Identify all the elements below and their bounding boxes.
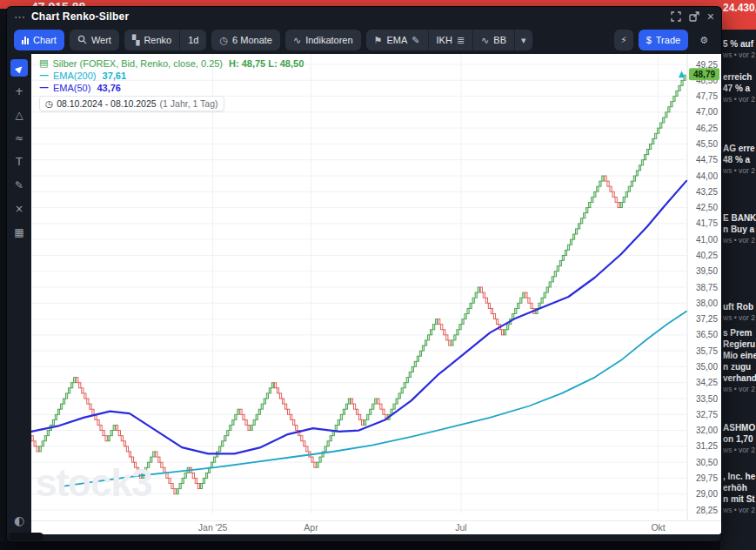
svg-text:32,75: 32,75 — [696, 410, 718, 419]
range-button[interactable]: ◷ 6 Monate — [211, 30, 279, 50]
window-menu-icon[interactable]: ⋯ — [14, 10, 25, 23]
time-axis-label: Apr — [304, 522, 318, 533]
svg-text:37,25: 37,25 — [696, 314, 718, 324]
text-tool[interactable]: T — [10, 153, 28, 171]
time-axis[interactable]: Jan '25AprJulOkt — [31, 520, 721, 534]
news-item[interactable]: 5 % aufws • vor 2 — [723, 38, 756, 61]
instrument-name: Silber (FOREX, Bid, Renko, close, 0.25) — [52, 57, 223, 70]
svg-text:49,25: 49,25 — [696, 60, 718, 70]
time-axis-label: Jul — [455, 522, 466, 533]
symbol-search-label: Wert — [91, 35, 111, 45]
measure-tool-icon: ▦ — [14, 226, 23, 238]
svg-text:48,79: 48,79 — [693, 70, 715, 79]
indicators-button[interactable]: ∿ Indikatoren — [285, 30, 361, 50]
news-item[interactable]: , Inc. heerhöhn mit Stws • vor 2 — [723, 471, 756, 516]
trade-button[interactable]: $ Trade — [639, 30, 688, 50]
line-icon: — — [39, 82, 49, 94]
symbol-search-button[interactable]: Wert — [70, 30, 119, 50]
svg-text:44,75: 44,75 — [696, 155, 718, 164]
news-item[interactable]: ASHMOon 1,70ws • vor 2 — [723, 422, 756, 456]
chevron-down-icon: ▾ — [521, 35, 526, 46]
ema50-legend[interactable]: — EMA(50) 43,76 — [39, 82, 304, 94]
svg-text:32,00: 32,00 — [696, 426, 718, 435]
window-titlebar[interactable]: ⋯ Chart Renko-Silber × — [7, 7, 721, 26]
svg-text:30,50: 30,50 — [696, 458, 718, 467]
date-range: 08.10.2024 - 08.10.2025 — [57, 97, 156, 110]
remove-drawings-tool[interactable]: × — [10, 200, 28, 218]
chart-legend: ▤ Silber (FOREX, Bid, Renko, close, 0.25… — [39, 57, 304, 111]
chart-view-label: Chart — [33, 35, 57, 45]
clock-icon: ◷ — [219, 35, 228, 46]
chart-area[interactable]: 49,2548,5047,7547,0046,2545,5044,7544,00… — [31, 54, 721, 534]
chart-type-button[interactable]: ▚ Renko — [124, 30, 179, 50]
svg-text:45,50: 45,50 — [696, 139, 718, 149]
svg-text:41,75: 41,75 — [696, 218, 718, 228]
indicators-label: Indikatoren — [305, 35, 352, 45]
popout-icon[interactable] — [689, 11, 699, 22]
clock-icon: ◷ — [45, 97, 53, 110]
footer-handle[interactable] — [9, 533, 43, 540]
svg-text:28,25: 28,25 — [696, 506, 718, 515]
renko-series-icon: ▤ — [39, 57, 48, 70]
crosshair-tool[interactable]: + — [10, 83, 28, 100]
indicator-icon: ∿ — [293, 35, 301, 46]
news-item[interactable]: s PremRegieruMio einen zuguverhandws • v… — [723, 327, 756, 395]
svg-text:36,50: 36,50 — [696, 330, 718, 339]
indicator-bb-label: BB — [493, 35, 506, 45]
svg-text:34,25: 34,25 — [696, 378, 718, 387]
flag-icon: ⚑ — [374, 35, 383, 46]
measure-tool[interactable]: ▦ — [10, 224, 28, 241]
draw-tool-icon: ✎ — [15, 179, 23, 191]
line-icon: — — [39, 70, 49, 82]
svg-text:46,25: 46,25 — [696, 124, 718, 133]
indicator-ema-button[interactable]: ⚑ EMA ✎ — [366, 30, 428, 50]
draw-tool[interactable]: ✎ — [10, 177, 28, 194]
interval-button[interactable]: 1d — [179, 30, 206, 50]
news-item[interactable]: erreich47 % aws • vor 2 — [723, 71, 756, 105]
chart-view-button[interactable]: Chart — [14, 30, 64, 50]
indicator-dropdown-button[interactable]: ▾ — [514, 30, 532, 50]
ema50-value: 43,76 — [97, 82, 121, 94]
news-item[interactable]: E BANKn Buy aws • vor 2 — [723, 212, 756, 246]
crosshair-tool-icon: + — [15, 85, 23, 97]
svg-text:38,75: 38,75 — [696, 283, 718, 292]
time-axis-label: Okt — [651, 522, 665, 533]
shapes-tool[interactable]: △ — [10, 106, 28, 124]
wave-tool[interactable]: ≈ — [10, 130, 28, 147]
date-range-detail: (1 Jahr, 1 Tag) — [160, 97, 218, 110]
background-app-footer — [0, 541, 756, 550]
pointer-tool[interactable]: ▶ — [10, 59, 28, 77]
ema200-value: 37,61 — [103, 70, 127, 82]
text-tool-icon: T — [16, 156, 22, 168]
chart-type-label: Renko — [144, 35, 171, 45]
indicator-bb-button[interactable]: ∿ BB — [472, 30, 514, 50]
settings-button[interactable]: ⚙ — [693, 30, 714, 50]
wave-tool-icon: ≈ — [15, 132, 23, 144]
search-icon — [77, 35, 87, 46]
magic-wand-button[interactable]: ⚡ — [614, 30, 633, 50]
indicator-ikh-button[interactable]: IKH ≣ — [428, 30, 473, 50]
instrument-high-low: H: 48,75 L: 48,50 — [229, 57, 304, 70]
svg-text:35,00: 35,00 — [696, 362, 718, 372]
watermark: stock3 — [36, 461, 151, 505]
fullscreen-icon[interactable] — [671, 11, 681, 22]
instrument-legend[interactable]: ▤ Silber (FOREX, Bid, Renko, close, 0.25… — [39, 57, 304, 70]
remove-drawings-tool-icon: × — [15, 203, 23, 215]
svg-text:38,00: 38,00 — [696, 298, 718, 308]
indicator-ema-label: EMA — [386, 35, 407, 45]
ema200-legend[interactable]: — EMA(200) 37,61 — [39, 70, 304, 82]
indicator-ikh-label: IKH — [437, 35, 452, 45]
renko-chart-canvas[interactable]: 49,2548,5047,7547,0046,2545,5044,7544,00… — [31, 54, 721, 520]
renko-icon: ▚ — [132, 35, 139, 46]
theme-toggle-icon[interactable]: ◐ — [14, 513, 24, 527]
close-icon[interactable]: × — [707, 11, 714, 22]
svg-text:43,25: 43,25 — [696, 187, 718, 197]
date-range-chip[interactable]: ◷ 08.10.2024 - 08.10.2025 (1 Jahr, 1 Tag… — [39, 96, 224, 111]
trade-label: Trade — [656, 35, 680, 45]
news-item[interactable]: uft Robws • vor 2 — [723, 301, 756, 324]
window-title: Chart Renko-Silber — [31, 10, 129, 23]
news-item[interactable]: AG erre48 % aws • vor 2 — [723, 143, 756, 177]
ema50-label: EMA(50) — [53, 82, 90, 94]
svg-text:39,50: 39,50 — [696, 266, 718, 276]
news-feed: 5 % aufws • vor 2erreich47 % aws • vor 2… — [720, 0, 756, 550]
